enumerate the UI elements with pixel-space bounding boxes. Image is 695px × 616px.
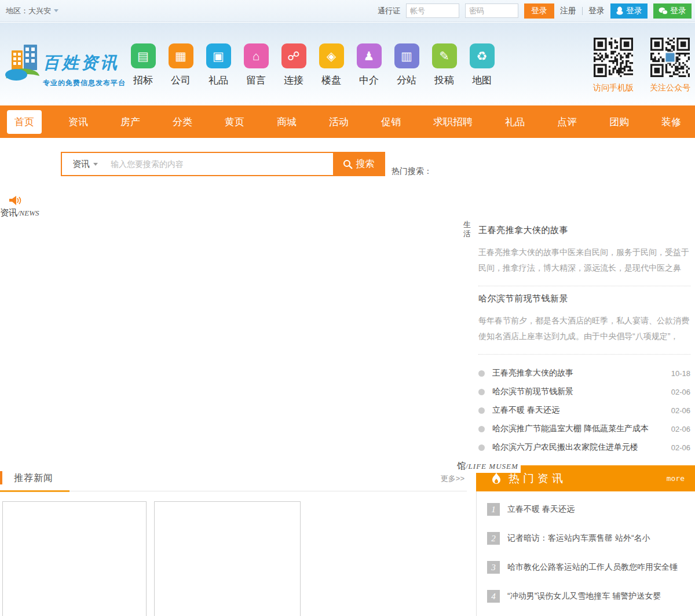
hot-list-item[interactable]: 4 “冲动男”误伤女儿又雪地撞车 辅警护送女婴	[477, 582, 695, 611]
hot-more-link[interactable]: more	[667, 474, 685, 483]
quick-link-icon: ♻	[470, 43, 495, 68]
region-label: 地区：大兴安	[6, 6, 51, 16]
hot-search-label: 热门搜索：	[392, 166, 432, 177]
news-label-cn: 资讯	[0, 207, 17, 217]
passport-label: 通行证	[378, 6, 400, 16]
quick-link-item[interactable]: ⌂ 留言	[243, 43, 269, 87]
search-box: 资讯 搜索	[61, 152, 385, 176]
list-item-title: 哈尔滨节前现节钱新景	[492, 387, 667, 397]
nav-item[interactable]: 资讯	[63, 110, 94, 134]
search-icon	[343, 159, 353, 169]
nav-item[interactable]: 首页	[7, 110, 42, 134]
region-selector[interactable]: 地区：大兴安	[6, 6, 58, 16]
logo-title: 百姓资讯	[43, 52, 126, 75]
search-input[interactable]	[108, 153, 333, 175]
nav-item[interactable]: 礼品	[499, 110, 531, 134]
rank-badge: 4	[487, 590, 500, 603]
hot-item-title: 哈市教化公路客运站的工作人员教您咋用安全锤	[507, 562, 678, 573]
bullet-icon	[478, 426, 485, 432]
news-section-label: 资讯/NEWS	[0, 196, 39, 218]
logo-text: 百姓资讯 专业的免费信息发布平台	[43, 52, 126, 88]
list-item[interactable]: 哈尔滨六万户农民搬出农家院住进单元楼 02-06	[478, 438, 690, 457]
site-logo[interactable]: 百姓资讯 专业的免费信息发布平台	[5, 38, 126, 88]
hot-list-item[interactable]: 1 立春不暖 春天还远	[477, 495, 695, 524]
wechat-login-button[interactable]: 登录	[653, 3, 692, 19]
quick-link-label: 招标	[130, 74, 156, 87]
nav-item[interactable]: 促销	[375, 110, 407, 134]
article-title[interactable]: 王春亮推拿大侠的故事	[478, 218, 690, 236]
list-item-date: 10-18	[671, 369, 690, 378]
account-input[interactable]	[406, 3, 459, 18]
list-item[interactable]: 立春不暖 春天还远 02-06	[478, 401, 690, 420]
hot-list-item[interactable]: 3 哈市教化公路客运站的工作人员教您咋用安全锤	[477, 553, 695, 582]
life-content: 王春亮推拿大侠的故事 王春亮推拿大侠的故事中医来自民间，服务于民间，受益于民间，…	[478, 218, 690, 457]
quick-link-label: 地图	[469, 74, 495, 87]
topbar-divider	[582, 7, 583, 15]
quick-link-item[interactable]: ▦ 公司	[167, 43, 194, 87]
qq-login-button[interactable]: 登录	[610, 3, 648, 19]
article-title[interactable]: 哈尔滨节前现节钱新景	[478, 286, 690, 304]
list-item[interactable]: 王春亮推拿大侠的故事 10-18	[478, 364, 690, 382]
quick-link-item[interactable]: ✎ 投稿	[431, 43, 458, 87]
nav-item[interactable]: 活动	[323, 110, 354, 134]
bullet-icon	[478, 389, 485, 395]
life-article: 哈尔滨节前现节钱新景 每年春节前夕，都是各大酒店的旺季，私人宴请、公款消费使知名…	[478, 286, 690, 355]
nav-item[interactable]: 黄页	[219, 110, 250, 134]
logo-buildings-icon	[5, 38, 41, 83]
megaphone-icon	[9, 196, 22, 206]
hot-list-item[interactable]: 5	[477, 611, 695, 616]
nav-item[interactable]: 房产	[115, 110, 146, 134]
list-item-title: 王春亮推拿大侠的故事	[492, 368, 667, 378]
rank-badge: 2	[487, 532, 500, 545]
bullet-icon	[478, 444, 485, 451]
quick-link-item[interactable]: ◈ 楼盘	[318, 43, 345, 87]
quick-link-item[interactable]: ♟ 中介	[356, 43, 382, 87]
quick-link-label: 中介	[356, 74, 382, 87]
login-button[interactable]: 登录	[524, 3, 554, 19]
life-news-list: 王春亮推拿大侠的故事 10-18 哈尔滨节前现节钱新景 02-06 立春不暖 春…	[478, 364, 690, 457]
quick-link-label: 楼盘	[318, 74, 345, 87]
search-category-select[interactable]: 资讯	[62, 153, 108, 175]
nav-item[interactable]: 团购	[603, 110, 635, 134]
nav-item[interactable]: 分类	[167, 110, 198, 134]
hot-news-panel: 热门资讯 more 1 立春不暖 春天还远 2 记者暗访：客运站内车票售罄 站外…	[476, 465, 695, 616]
qr-mobile-label: 访问手机版	[593, 83, 634, 93]
quick-link-item[interactable]: ♻ 地图	[469, 43, 495, 87]
password-input[interactable]	[465, 3, 518, 18]
rank-badge: 3	[487, 561, 500, 574]
hot-list-item[interactable]: 2 记者暗访：客运站内车票售罄 站外“名小	[477, 524, 695, 553]
search-button[interactable]: 搜索	[333, 153, 384, 175]
page: 地区：大兴安 通行证 登录 注册 登录 登录	[0, 0, 695, 616]
article-summary: 每年春节前夕，都是各大酒店的旺季，私人宴请、公款消费使知名酒店上座率达到九成。由…	[478, 313, 690, 344]
quick-link-icon: ♟	[357, 43, 382, 68]
quick-link-icon: ▣	[206, 43, 231, 68]
quick-link-item[interactable]: ▥ 分站	[393, 43, 420, 87]
nav-item[interactable]: 点评	[551, 110, 583, 134]
dotted-divider	[478, 354, 690, 355]
quick-link-icon: ▦	[169, 43, 193, 68]
quick-link-label: 留言	[243, 74, 269, 87]
qr-wechat-label: 关注公众号	[650, 83, 690, 93]
news-image-placeholder[interactable]	[154, 501, 301, 616]
quick-link-label: 分站	[393, 74, 420, 87]
more-link[interactable]: 更多>>	[441, 473, 464, 484]
quick-link-item[interactable]: ▣ 礼品	[205, 43, 232, 87]
nav-item[interactable]: 求职招聘	[427, 110, 478, 134]
site-header: 百姓资讯 专业的免费信息发布平台 ▤ 招标 ▦ 公司 ▣ 礼品	[0, 23, 695, 105]
life-musem-label: 馆/LIFE MUSEM	[457, 461, 521, 473]
quick-link-label: 礼品	[205, 74, 232, 87]
quick-link-label: 投稿	[431, 74, 458, 87]
hot-item-title: “冲动男”误伤女儿又雪地撞车 辅警护送女婴	[507, 591, 661, 602]
quick-link-icon: ◈	[319, 43, 344, 68]
bullet-icon	[478, 407, 485, 414]
news-image-placeholder[interactable]	[2, 501, 147, 616]
list-item[interactable]: 哈尔滨节前现节钱新景 02-06	[478, 382, 690, 401]
login-link[interactable]: 登录	[588, 6, 605, 16]
quick-link-item[interactable]: ☍ 连接	[280, 43, 307, 87]
nav-item[interactable]: 商城	[271, 110, 302, 134]
register-link[interactable]: 注册	[560, 6, 576, 16]
nav-item[interactable]: 装修	[656, 110, 687, 134]
list-item[interactable]: 哈尔滨推广节能温室大棚 降低蔬菜生产成本 02-06	[478, 420, 690, 438]
quick-link-item[interactable]: ▤ 招标	[130, 43, 156, 87]
region-dropdown-icon	[54, 9, 58, 12]
